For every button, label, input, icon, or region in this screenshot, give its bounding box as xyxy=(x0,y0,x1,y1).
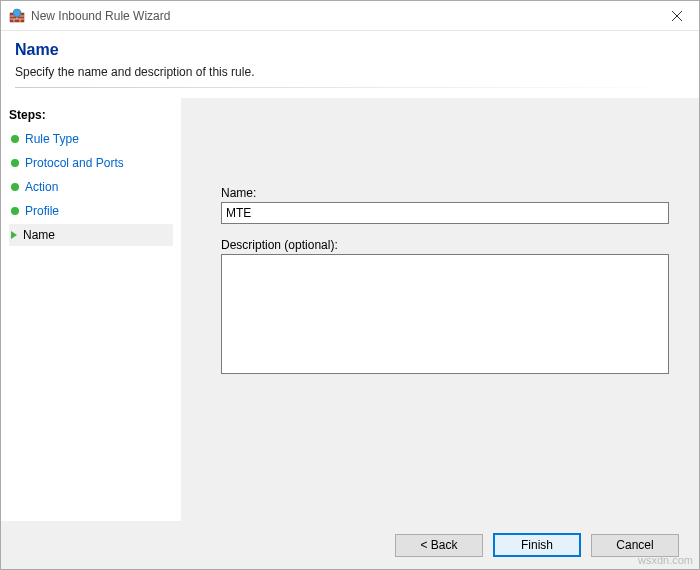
step-label: Rule Type xyxy=(25,132,79,146)
name-input[interactable] xyxy=(221,202,669,224)
description-field-group: Description (optional): xyxy=(221,238,669,511)
titlebar: New Inbound Rule Wizard xyxy=(1,1,699,31)
bullet-icon xyxy=(11,207,19,215)
svg-point-9 xyxy=(13,9,21,17)
step-protocol-and-ports[interactable]: Protocol and Ports xyxy=(9,152,173,174)
bullet-icon xyxy=(11,159,19,167)
step-rule-type[interactable]: Rule Type xyxy=(9,128,173,150)
step-label: Action xyxy=(25,180,58,194)
steps-sidebar: Steps: Rule Type Protocol and Ports Acti… xyxy=(1,98,181,521)
steps-label: Steps: xyxy=(9,108,173,122)
step-action[interactable]: Action xyxy=(9,176,173,198)
footer: < Back Finish Cancel xyxy=(1,521,699,569)
name-field-group: Name: xyxy=(221,186,669,224)
name-label: Name: xyxy=(221,186,669,200)
finish-button[interactable]: Finish xyxy=(493,533,581,557)
window-title: New Inbound Rule Wizard xyxy=(31,9,654,23)
bullet-icon xyxy=(11,135,19,143)
content: Steps: Rule Type Protocol and Ports Acti… xyxy=(1,98,699,521)
page-title: Name xyxy=(15,41,685,59)
bullet-icon xyxy=(11,183,19,191)
description-input[interactable] xyxy=(221,254,669,374)
cancel-button[interactable]: Cancel xyxy=(591,534,679,557)
wizard-window: New Inbound Rule Wizard Name Specify the… xyxy=(0,0,700,570)
step-label: Protocol and Ports xyxy=(25,156,124,170)
main-panel: Name: Description (optional): xyxy=(181,98,699,521)
close-button[interactable] xyxy=(654,1,699,31)
page-subtitle: Specify the name and description of this… xyxy=(15,65,685,79)
divider xyxy=(15,87,685,88)
back-button[interactable]: < Back xyxy=(395,534,483,557)
description-label: Description (optional): xyxy=(221,238,669,252)
header: Name Specify the name and description of… xyxy=(1,31,699,98)
step-name[interactable]: Name xyxy=(9,224,173,246)
current-step-icon xyxy=(11,231,17,239)
step-label: Name xyxy=(23,228,55,242)
close-icon xyxy=(672,11,682,21)
step-label: Profile xyxy=(25,204,59,218)
step-profile[interactable]: Profile xyxy=(9,200,173,222)
firewall-icon xyxy=(9,8,25,24)
